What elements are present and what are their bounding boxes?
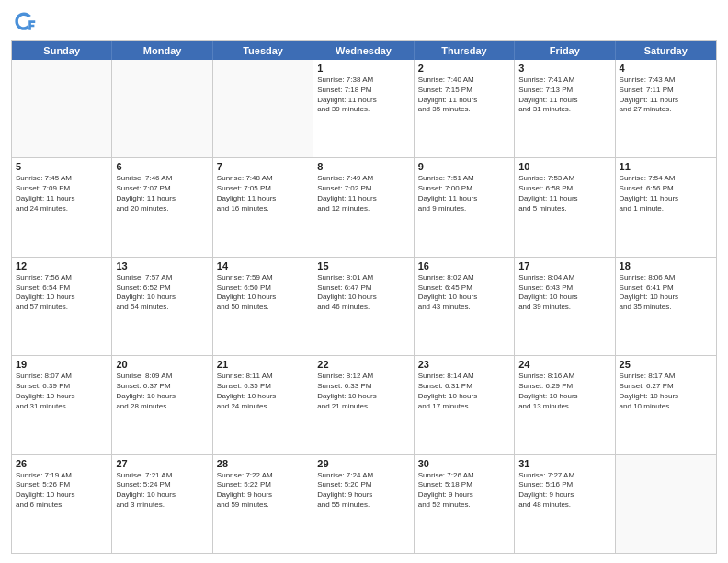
day-info: Sunrise: 7:26 AM Sunset: 5:18 PM Dayligh… — [418, 471, 510, 511]
day-cell: 4Sunrise: 7:43 AM Sunset: 7:11 PM Daylig… — [616, 60, 716, 157]
day-cell: 14Sunrise: 7:59 AM Sunset: 6:50 PM Dayli… — [213, 258, 313, 355]
day-info: Sunrise: 8:09 AM Sunset: 6:37 PM Dayligh… — [116, 372, 208, 411]
week-row-4: 19Sunrise: 8:07 AM Sunset: 6:39 PM Dayli… — [12, 356, 716, 454]
day-cell: 31Sunrise: 7:27 AM Sunset: 5:16 PM Dayli… — [515, 455, 615, 553]
day-header-thursday: Thursday — [415, 41, 515, 60]
day-number: 2 — [418, 63, 510, 74]
day-number: 12 — [16, 260, 108, 271]
day-cell: 22Sunrise: 8:12 AM Sunset: 6:33 PM Dayli… — [313, 356, 414, 454]
week-row-3: 12Sunrise: 7:56 AM Sunset: 6:54 PM Dayli… — [12, 258, 716, 356]
day-number: 19 — [16, 359, 108, 370]
day-number: 29 — [317, 458, 409, 469]
day-cell — [213, 60, 313, 157]
day-cell: 7Sunrise: 7:48 AM Sunset: 7:05 PM Daylig… — [213, 158, 313, 256]
day-number: 16 — [418, 260, 510, 271]
week-row-5: 26Sunrise: 7:19 AM Sunset: 5:26 PM Dayli… — [12, 455, 716, 553]
day-cell: 6Sunrise: 7:46 AM Sunset: 7:07 PM Daylig… — [112, 158, 212, 256]
day-header-saturday: Saturday — [616, 41, 716, 60]
day-number: 21 — [217, 359, 309, 370]
day-info: Sunrise: 7:51 AM Sunset: 7:00 PM Dayligh… — [418, 174, 510, 213]
day-info: Sunrise: 7:54 AM Sunset: 6:56 PM Dayligh… — [620, 174, 712, 213]
week-row-1: 1Sunrise: 7:38 AM Sunset: 7:18 PM Daylig… — [12, 60, 716, 158]
day-info: Sunrise: 7:21 AM Sunset: 5:24 PM Dayligh… — [116, 471, 208, 511]
day-cell: 12Sunrise: 7:56 AM Sunset: 6:54 PM Dayli… — [12, 258, 112, 355]
day-info: Sunrise: 7:41 AM Sunset: 7:13 PM Dayligh… — [518, 75, 610, 115]
day-info: Sunrise: 8:04 AM Sunset: 6:43 PM Dayligh… — [518, 273, 610, 313]
day-info: Sunrise: 8:17 AM Sunset: 6:27 PM Dayligh… — [620, 372, 712, 411]
day-info: Sunrise: 8:06 AM Sunset: 6:41 PM Dayligh… — [620, 273, 712, 313]
day-number: 13 — [116, 260, 208, 271]
day-cell: 1Sunrise: 7:38 AM Sunset: 7:18 PM Daylig… — [313, 60, 414, 157]
day-cell: 23Sunrise: 8:14 AM Sunset: 6:31 PM Dayli… — [415, 356, 515, 454]
day-info: Sunrise: 7:45 AM Sunset: 7:09 PM Dayligh… — [16, 174, 108, 213]
calendar: SundayMondayTuesdayWednesdayThursdayFrid… — [11, 40, 717, 554]
day-number: 5 — [16, 161, 108, 172]
day-info: Sunrise: 7:43 AM Sunset: 7:11 PM Dayligh… — [620, 75, 712, 115]
day-number: 17 — [518, 260, 610, 271]
day-cell: 11Sunrise: 7:54 AM Sunset: 6:56 PM Dayli… — [616, 158, 716, 256]
week-row-2: 5Sunrise: 7:45 AM Sunset: 7:09 PM Daylig… — [12, 158, 716, 257]
day-number: 20 — [116, 359, 208, 370]
day-info: Sunrise: 8:11 AM Sunset: 6:35 PM Dayligh… — [217, 372, 309, 411]
day-info: Sunrise: 8:07 AM Sunset: 6:39 PM Dayligh… — [16, 372, 108, 411]
day-header-wednesday: Wednesday — [313, 41, 414, 60]
day-number: 26 — [16, 458, 108, 469]
header — [11, 9, 717, 35]
day-number: 25 — [620, 359, 712, 370]
day-number: 23 — [418, 359, 510, 370]
day-info: Sunrise: 7:27 AM Sunset: 5:16 PM Dayligh… — [518, 471, 610, 511]
day-cell: 28Sunrise: 7:22 AM Sunset: 5:22 PM Dayli… — [213, 455, 313, 553]
day-cell: 3Sunrise: 7:41 AM Sunset: 7:13 PM Daylig… — [515, 60, 615, 157]
day-number: 4 — [620, 63, 712, 74]
day-cell: 29Sunrise: 7:24 AM Sunset: 5:20 PM Dayli… — [313, 455, 414, 553]
day-info: Sunrise: 8:02 AM Sunset: 6:45 PM Dayligh… — [418, 273, 510, 313]
day-cell: 10Sunrise: 7:53 AM Sunset: 6:58 PM Dayli… — [515, 158, 615, 256]
day-cell: 19Sunrise: 8:07 AM Sunset: 6:39 PM Dayli… — [12, 356, 112, 454]
day-cell: 13Sunrise: 7:57 AM Sunset: 6:52 PM Dayli… — [112, 258, 212, 355]
day-cell: 30Sunrise: 7:26 AM Sunset: 5:18 PM Dayli… — [415, 455, 515, 553]
day-number: 11 — [620, 161, 712, 172]
day-cell: 21Sunrise: 8:11 AM Sunset: 6:35 PM Dayli… — [213, 356, 313, 454]
day-number: 30 — [418, 458, 510, 469]
day-info: Sunrise: 7:46 AM Sunset: 7:07 PM Dayligh… — [116, 174, 208, 213]
day-number: 22 — [317, 359, 409, 370]
day-info: Sunrise: 7:19 AM Sunset: 5:26 PM Dayligh… — [16, 471, 108, 511]
logo — [11, 9, 40, 35]
day-header-sunday: Sunday — [12, 41, 112, 60]
day-cell: 27Sunrise: 7:21 AM Sunset: 5:24 PM Dayli… — [112, 455, 212, 553]
day-cell: 18Sunrise: 8:06 AM Sunset: 6:41 PM Dayli… — [616, 258, 716, 355]
day-info: Sunrise: 7:49 AM Sunset: 7:02 PM Dayligh… — [317, 174, 409, 213]
day-cell — [12, 60, 112, 157]
day-cell: 2Sunrise: 7:40 AM Sunset: 7:15 PM Daylig… — [415, 60, 515, 157]
day-number: 28 — [217, 458, 309, 469]
day-header-tuesday: Tuesday — [213, 41, 313, 60]
day-cell — [112, 60, 212, 157]
calendar-body: 1Sunrise: 7:38 AM Sunset: 7:18 PM Daylig… — [12, 60, 716, 553]
day-cell: 25Sunrise: 8:17 AM Sunset: 6:27 PM Dayli… — [616, 356, 716, 454]
day-info: Sunrise: 7:40 AM Sunset: 7:15 PM Dayligh… — [418, 75, 510, 115]
day-info: Sunrise: 8:16 AM Sunset: 6:29 PM Dayligh… — [518, 372, 610, 411]
day-info: Sunrise: 7:38 AM Sunset: 7:18 PM Dayligh… — [317, 75, 409, 115]
day-number: 3 — [518, 63, 610, 74]
day-info: Sunrise: 7:56 AM Sunset: 6:54 PM Dayligh… — [16, 273, 108, 313]
day-number: 31 — [518, 458, 610, 469]
day-cell: 20Sunrise: 8:09 AM Sunset: 6:37 PM Dayli… — [112, 356, 212, 454]
day-number: 1 — [317, 63, 409, 74]
day-header-monday: Monday — [112, 41, 212, 60]
day-number: 10 — [518, 161, 610, 172]
day-number: 18 — [620, 260, 712, 271]
day-info: Sunrise: 8:14 AM Sunset: 6:31 PM Dayligh… — [418, 372, 510, 411]
page: SundayMondayTuesdayWednesdayThursdayFrid… — [0, 0, 728, 563]
day-cell: 24Sunrise: 8:16 AM Sunset: 6:29 PM Dayli… — [515, 356, 615, 454]
day-cell: 26Sunrise: 7:19 AM Sunset: 5:26 PM Dayli… — [12, 455, 112, 553]
day-number: 9 — [418, 161, 510, 172]
day-number: 6 — [116, 161, 208, 172]
day-number: 14 — [217, 260, 309, 271]
day-info: Sunrise: 7:24 AM Sunset: 5:20 PM Dayligh… — [317, 471, 409, 511]
day-info: Sunrise: 7:48 AM Sunset: 7:05 PM Dayligh… — [217, 174, 309, 213]
day-number: 7 — [217, 161, 309, 172]
day-info: Sunrise: 7:57 AM Sunset: 6:52 PM Dayligh… — [116, 273, 208, 313]
day-number: 27 — [116, 458, 208, 469]
day-number: 15 — [317, 260, 409, 271]
day-cell — [616, 455, 716, 553]
